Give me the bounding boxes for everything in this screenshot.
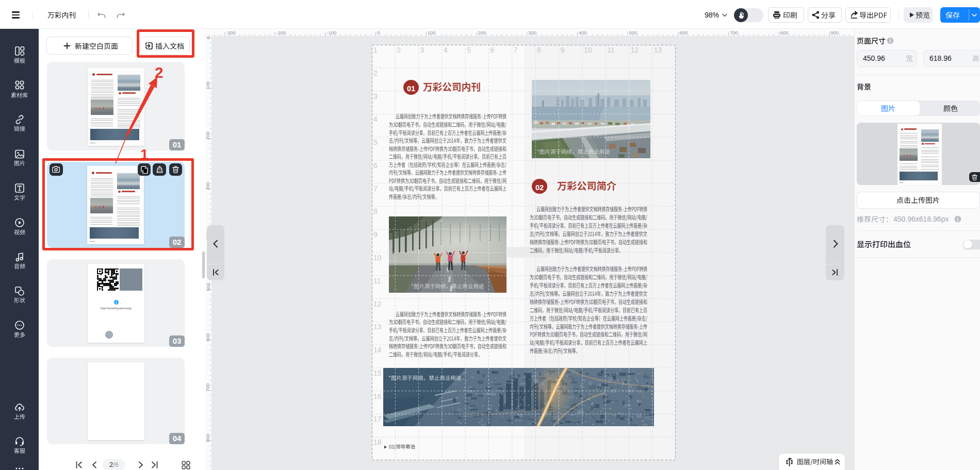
svg-text:1: 1 bbox=[373, 46, 378, 54]
svg-text:4: 4 bbox=[373, 115, 378, 123]
svg-text:14: 14 bbox=[373, 346, 382, 354]
svg-text:500: 500 bbox=[629, 30, 638, 36]
svg-text:900: 900 bbox=[830, 30, 839, 36]
svg-text:3: 3 bbox=[373, 92, 378, 100]
svg-text:13: 13 bbox=[654, 46, 662, 54]
svg-text:16: 16 bbox=[373, 392, 382, 400]
svg-text:700: 700 bbox=[730, 30, 738, 36]
svg-text:-100: -100 bbox=[326, 30, 336, 36]
svg-text:0: 0 bbox=[205, 37, 211, 39]
svg-text:18: 18 bbox=[373, 438, 382, 446]
svg-text:4: 4 bbox=[444, 46, 448, 54]
svg-text:100: 100 bbox=[205, 81, 211, 90]
svg-text:8: 8 bbox=[373, 207, 378, 215]
svg-text:2: 2 bbox=[373, 69, 378, 77]
svg-text:800: 800 bbox=[205, 434, 211, 442]
svg-text:100: 100 bbox=[428, 30, 436, 36]
svg-text:2: 2 bbox=[397, 46, 401, 54]
svg-text:500: 500 bbox=[205, 283, 211, 291]
svg-text:10: 10 bbox=[584, 46, 592, 54]
svg-text:8: 8 bbox=[537, 46, 541, 54]
svg-text:7: 7 bbox=[373, 184, 378, 193]
svg-text:3: 3 bbox=[420, 46, 424, 54]
svg-text:-200: -200 bbox=[276, 30, 286, 36]
svg-text:800: 800 bbox=[780, 30, 789, 36]
svg-text:6: 6 bbox=[491, 46, 495, 54]
svg-text:7: 7 bbox=[514, 46, 518, 54]
svg-text:11: 11 bbox=[607, 46, 615, 54]
svg-text:10: 10 bbox=[373, 254, 382, 262]
svg-text:15: 15 bbox=[373, 369, 382, 377]
svg-text:0: 0 bbox=[377, 30, 380, 36]
svg-text:5: 5 bbox=[467, 46, 471, 54]
svg-text:13: 13 bbox=[373, 323, 382, 331]
svg-text:200: 200 bbox=[478, 30, 486, 36]
svg-text:17: 17 bbox=[373, 415, 382, 423]
svg-text:9: 9 bbox=[561, 46, 565, 54]
svg-text:300: 300 bbox=[205, 182, 211, 190]
svg-text:12: 12 bbox=[630, 46, 639, 54]
svg-text:9: 9 bbox=[373, 230, 378, 239]
svg-text:-300: -300 bbox=[226, 30, 236, 36]
svg-text:700: 700 bbox=[205, 383, 211, 392]
svg-text:600: 600 bbox=[205, 333, 211, 341]
svg-text:300: 300 bbox=[528, 30, 536, 36]
svg-text:600: 600 bbox=[679, 30, 688, 36]
svg-text:6: 6 bbox=[373, 161, 378, 170]
svg-text:200: 200 bbox=[205, 132, 211, 140]
svg-text:12: 12 bbox=[373, 300, 382, 308]
svg-text:5: 5 bbox=[373, 138, 378, 146]
svg-text:11: 11 bbox=[373, 277, 381, 285]
svg-text:400: 400 bbox=[579, 30, 587, 36]
